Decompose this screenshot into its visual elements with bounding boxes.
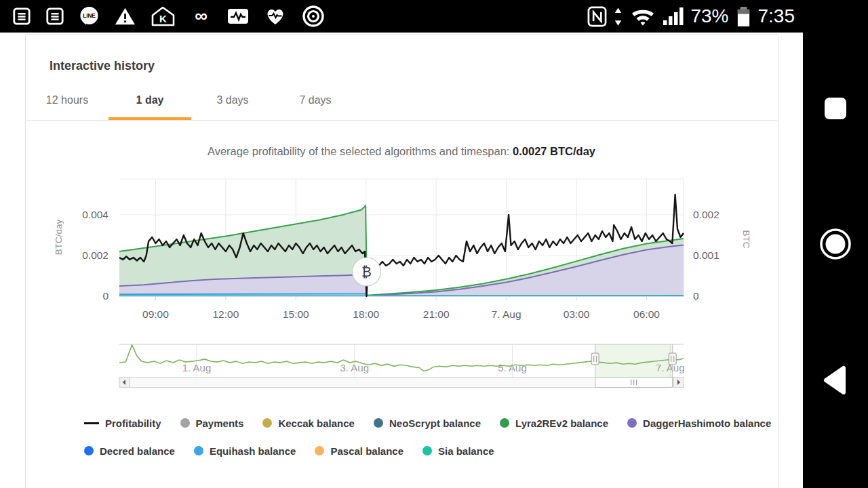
legend-label: Pascal balance	[330, 445, 403, 457]
svg-text:06:00: 06:00	[633, 308, 660, 320]
heart-pulse-icon	[264, 6, 287, 26]
circle-swatch	[422, 446, 432, 455]
battery-percent: 73%	[690, 5, 728, 27]
legend-label: DaggerHashimoto balance	[643, 418, 771, 429]
tab-label: 12 hours	[46, 94, 88, 106]
data-transfer-arrows-icon	[613, 6, 623, 27]
android-nav-bar	[803, 0, 868, 488]
tab-label: 3 days	[216, 94, 248, 106]
tab-3-days[interactable]: 3 days	[191, 82, 274, 120]
circle-swatch	[315, 446, 324, 455]
list-notification-icon	[12, 7, 31, 26]
svg-text:5. Aug: 5. Aug	[498, 362, 527, 373]
svg-text:BTC: BTC	[741, 230, 751, 249]
circle-swatch	[84, 446, 94, 455]
chart-legend: Profitability Payments Keccak balance Ne…	[84, 416, 789, 472]
clock: 7:35	[758, 5, 795, 27]
k-glyph: K	[159, 13, 167, 24]
legend-item-profitability[interactable]: Profitability	[84, 418, 161, 429]
tab-label: 1 day	[136, 94, 164, 106]
home-button[interactable]	[819, 228, 852, 263]
svg-text:12:00: 12:00	[212, 308, 239, 320]
svg-text:0.004: 0.004	[82, 209, 108, 220]
recents-button[interactable]	[823, 96, 848, 123]
chart-title: Average profitability of the selected al…	[0, 145, 803, 158]
line-label: LINE	[83, 13, 96, 19]
tabs-divider	[26, 120, 778, 121]
svg-text:0: 0	[693, 290, 699, 302]
chart-scrollbar[interactable]	[0, 377, 803, 389]
activity-chart-icon	[226, 6, 250, 26]
tab-12-hours[interactable]: 12 hours	[26, 82, 108, 120]
status-bar: LINE K ∞	[0, 0, 868, 33]
wifi-icon	[629, 6, 656, 26]
home-k-icon: K	[151, 5, 176, 27]
legend-item-neoscrypt[interactable]: NeoScrypt balance	[374, 418, 481, 429]
legend-item-sia[interactable]: Sia balance	[422, 445, 494, 457]
legend-item-decred[interactable]: Decred balance	[84, 445, 175, 457]
timespan-tabs: 12 hours 1 day 3 days 7 days	[26, 82, 357, 120]
tab-1-day[interactable]: 1 day	[108, 82, 191, 120]
legend-item-daggerhashimoto[interactable]: DaggerHashimoto balance	[627, 418, 771, 429]
line-app-icon: LINE	[79, 5, 100, 27]
tab-7-days[interactable]: 7 days	[274, 82, 357, 120]
phone-screen: LINE K ∞	[0, 0, 868, 488]
circle-swatch	[262, 418, 272, 428]
circle-swatch	[627, 418, 637, 428]
legend-label: NeoScrypt balance	[389, 418, 481, 429]
legend-item-lyra2rev2[interactable]: Lyra2REv2 balance	[500, 418, 608, 429]
legend-label: Payments	[196, 418, 244, 429]
chart-title-value: 0.0027 BTC/day	[513, 145, 595, 157]
status-indicators: 73% 7:35	[587, 0, 795, 33]
legend-label: Decred balance	[100, 445, 175, 457]
svg-text:21:00: 21:00	[423, 308, 450, 320]
tab-label: 7 days	[299, 94, 331, 106]
legend-label: Equihash balance	[210, 445, 296, 457]
legend-row: Profitability Payments Keccak balance Ne…	[84, 416, 789, 430]
circle-swatch	[500, 418, 509, 428]
infinity-icon: ∞	[190, 6, 212, 26]
circle-swatch	[180, 418, 190, 428]
infinity-glyph: ∞	[195, 6, 208, 26]
legend-label: Sia balance	[438, 445, 494, 457]
warning-icon	[114, 6, 136, 26]
svg-text:0.001: 0.001	[693, 249, 719, 261]
line-swatch	[84, 422, 99, 424]
svg-text:09:00: 09:00	[142, 308, 169, 320]
legend-item-equihash[interactable]: Equihash balance	[194, 445, 296, 457]
svg-text:0: 0	[102, 290, 108, 302]
legend-label: Profitability	[105, 418, 161, 429]
chart-navigator[interactable]: 1. Aug3. Aug5. Aug7. Aug	[0, 339, 803, 377]
circle-swatch	[374, 418, 383, 428]
svg-text:BTC/day: BTC/day	[54, 219, 64, 255]
svg-text:1. Aug: 1. Aug	[182, 362, 212, 373]
legend-item-keccak[interactable]: Keccak balance	[262, 418, 355, 429]
chart-title-text: Average profitability of the selected al…	[208, 145, 513, 157]
svg-text:03:00: 03:00	[564, 308, 590, 320]
svg-text:0.002: 0.002	[693, 209, 719, 220]
target-icon	[301, 4, 326, 28]
cell-signal-icon	[663, 6, 684, 26]
legend-item-payments[interactable]: Payments	[180, 418, 244, 429]
svg-text:0.002: 0.002	[82, 249, 108, 261]
circle-swatch	[194, 446, 203, 455]
legend-label: Keccak balance	[278, 418, 355, 429]
legend-item-pascal[interactable]: Pascal balance	[315, 445, 403, 457]
list-notification-icon	[45, 7, 64, 26]
page-title: Interactive history	[50, 59, 155, 73]
back-button[interactable]	[823, 365, 848, 398]
profitability-chart[interactable]: 09:0012:0015:0018:0021:007. Aug03:0006:0…	[0, 169, 803, 332]
nfc-icon	[587, 5, 607, 28]
legend-label: Lyra2REv2 balance	[515, 418, 608, 429]
notification-icons: LINE K ∞	[12, 0, 326, 33]
battery-icon	[735, 5, 752, 28]
svg-text:15:00: 15:00	[283, 308, 309, 320]
svg-text:₿: ₿	[361, 264, 372, 279]
legend-row: Decred balance Equihash balance Pascal b…	[84, 444, 789, 458]
svg-text:7. Aug: 7. Aug	[492, 308, 521, 320]
app-content: Interactive history 12 hours 1 day 3 day…	[0, 33, 803, 488]
svg-text:18:00: 18:00	[353, 308, 379, 320]
